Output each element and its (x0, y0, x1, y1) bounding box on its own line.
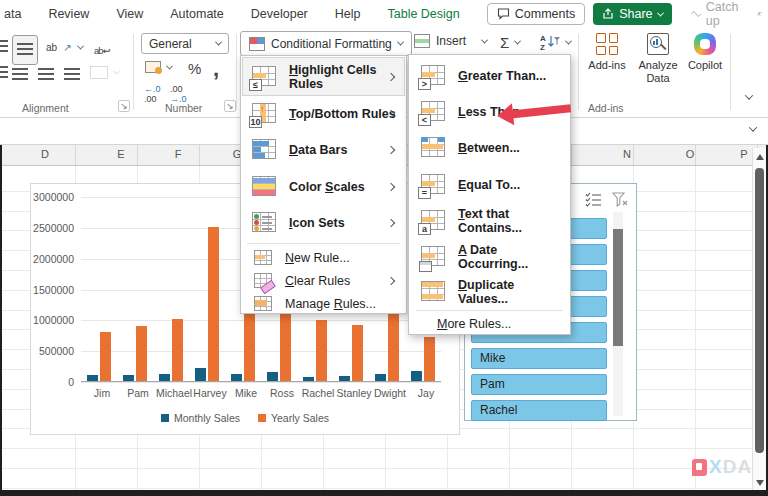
less-than-icon: < (420, 100, 446, 124)
slicer-scrollbar-track[interactable] (613, 212, 623, 416)
menu-item-icon-sets[interactable]: Icon Sets (243, 205, 404, 241)
tab-help[interactable]: Help (335, 7, 361, 21)
slicer-multiselect-icon[interactable] (585, 191, 602, 207)
insert-cells-button[interactable]: Insert (414, 34, 487, 48)
slicer-clear-filter-icon[interactable] (611, 191, 628, 207)
svg-text:Z: Z (540, 43, 545, 51)
accounting-format-button[interactable] (145, 61, 172, 73)
accounting-chevron-icon (166, 62, 173, 69)
share-button[interactable]: Share (593, 3, 671, 25)
column-header[interactable]: E (117, 148, 124, 160)
menu-item-a-date-occurring[interactable]: A Date Occurring... (412, 239, 567, 275)
slicer-item-pam[interactable]: Pam (471, 374, 607, 395)
tab-developer[interactable]: Developer (251, 7, 308, 21)
bar-monthly-sales-jay (411, 371, 422, 381)
tab-data-partial[interactable]: ata (4, 7, 21, 21)
slicer-scrollbar-thumb[interactable] (613, 229, 623, 346)
conditional-formatting-button[interactable]: Conditional Formatting (240, 31, 412, 56)
window-edge-bottom (0, 490, 768, 496)
menu-separator (247, 243, 400, 244)
menu-item-between[interactable]: Between... (412, 130, 567, 166)
formula-bar-expand-chevron-icon[interactable] (749, 123, 757, 131)
vertical-scrollbar[interactable] (752, 148, 766, 490)
merge-center-button[interactable] (90, 66, 119, 79)
tab-automate[interactable]: Automate (170, 7, 224, 21)
autosum-button[interactable] (500, 34, 520, 51)
sort-filter-icon: A Z (540, 33, 560, 51)
menu-item-highlight-cells-rules[interactable]: ≤ Highlight Cells Rules (243, 58, 404, 95)
conditional-formatting-label: Conditional Formatting (271, 37, 392, 51)
decrease-indent-button[interactable] (64, 68, 80, 80)
number-group-label: Number (165, 102, 202, 114)
analyze-data-button[interactable]: Analyze Data (634, 33, 682, 85)
vertical-scrollbar-thumb[interactable] (755, 168, 764, 453)
alignment-dialog-launcher[interactable] (118, 100, 130, 112)
center-button[interactable] (38, 68, 54, 80)
increase-decimal-button[interactable] (144, 84, 161, 104)
copilot-button[interactable]: Copilot (684, 33, 726, 72)
xda-watermark: XDA (692, 456, 752, 478)
menu-item-equal-to[interactable]: = Equal To... (412, 166, 567, 203)
sort-filter-button[interactable]: A Z (540, 33, 571, 51)
middle-align-button[interactable] (12, 35, 38, 65)
column-header[interactable]: N (623, 148, 631, 160)
x-axis-label: Ross (270, 387, 294, 399)
scroll-down-arrow-icon[interactable] (756, 480, 764, 486)
collapse-ribbon-chevron-icon[interactable] (745, 91, 753, 99)
bar-yearly-sales-rachel (316, 320, 327, 381)
scroll-up-arrow-icon[interactable] (756, 154, 764, 160)
bar-monthly-sales-michael (159, 374, 170, 381)
bar-monthly-sales-dwight (375, 374, 386, 381)
decrease-decimal-button[interactable] (170, 84, 187, 104)
column-header[interactable]: O (686, 148, 695, 160)
orientation-button[interactable] (46, 40, 83, 54)
menu-item-top-bottom-rules[interactable]: ↑10 Top/Bottom Rules (243, 95, 404, 132)
menu-item-more-rules[interactable]: More Rules... (412, 313, 567, 334)
column-header[interactable]: F (175, 148, 182, 160)
color-scales-icon (251, 175, 277, 199)
merge-chevron-icon (113, 68, 120, 75)
align-left-button[interactable] (12, 68, 28, 80)
menu-item-greater-than[interactable]: > Greater Than... (412, 58, 567, 94)
comments-label: Comments (515, 7, 575, 21)
menu-item-manage-rules[interactable]: Manage Rules... (243, 292, 404, 315)
new-rule-icon (253, 249, 273, 267)
highlight-cells-rules-icon: ≤ (251, 65, 277, 89)
column-header[interactable]: P (740, 148, 747, 160)
comma-style-button[interactable] (213, 62, 219, 80)
number-format-dropdown[interactable]: General (141, 33, 229, 54)
menu-item-color-scales[interactable]: Color Scales (243, 168, 404, 205)
legend-item-yearly: Yearly Sales (258, 412, 329, 424)
wrap-text-button[interactable] (94, 40, 110, 58)
menu-item-data-bars[interactable]: Data Bars (243, 132, 404, 168)
x-axis-label: Michael (156, 387, 192, 399)
catchup-button[interactable]: Catch up (682, 3, 752, 25)
x-axis-label: Harvey (193, 387, 226, 399)
tab-view[interactable]: View (116, 7, 143, 21)
column-header[interactable]: D (41, 148, 49, 160)
number-format-value: General (149, 37, 192, 51)
bar-yearly-sales-jim (100, 332, 111, 381)
menu-item-duplicate-values[interactable]: Duplicate Values... (412, 275, 567, 308)
analyze-data-icon (647, 33, 669, 55)
number-format-chevron-icon (215, 39, 222, 46)
slicer-item-rachel[interactable]: Rachel (471, 400, 607, 421)
menu-item-new-rule[interactable]: New Rule... (243, 246, 404, 269)
share-chevron-icon (657, 9, 664, 16)
percent-style-button[interactable] (188, 60, 201, 78)
menu-item-clear-rules[interactable]: Clear Rules (243, 269, 404, 292)
x-axis-label: Stanley (336, 387, 371, 399)
tab-table-design[interactable]: Table Design (387, 7, 459, 21)
comments-button[interactable]: Comments (487, 3, 585, 25)
bar-yearly-sales-harvey (208, 227, 219, 381)
number-dialog-launcher[interactable] (224, 100, 236, 112)
menu-item-text-that-contains[interactable]: a Text that Contains... (412, 203, 567, 239)
people-icon[interactable] (757, 5, 762, 23)
slicer-item-mike[interactable]: Mike (471, 348, 607, 369)
catchup-icon (691, 9, 701, 19)
tab-review[interactable]: Review (48, 7, 89, 21)
addins-button[interactable]: Add-ins (586, 33, 628, 72)
excel-window: ata Review View Automate Developer Help … (0, 0, 768, 496)
insert-chevron-icon (481, 36, 488, 43)
bar-yearly-sales-jay (424, 337, 435, 381)
